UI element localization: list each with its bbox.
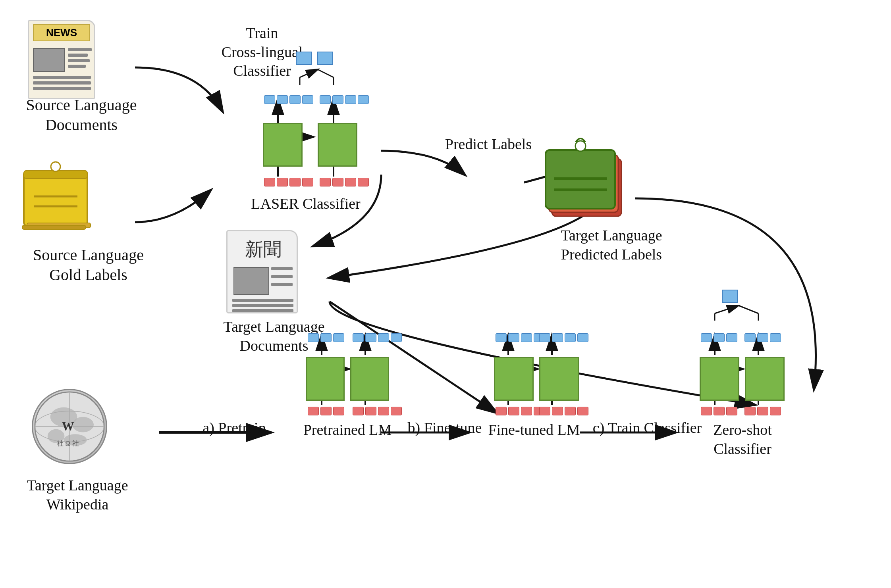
source-lang-docs-label: Source Language Documents	[12, 95, 151, 135]
source-lang-labels-icon	[20, 159, 91, 240]
zeroshot-encoder-right	[745, 357, 785, 401]
pretrained-token-bar-right	[353, 407, 402, 415]
cls-head-box-right	[317, 52, 333, 65]
laser-classifier-head	[296, 52, 333, 65]
newspaper-shape	[28, 20, 95, 99]
token-blue-1	[264, 95, 275, 104]
laser-classifier-label: LASER Classifier	[234, 194, 377, 213]
zeroshot-classifier-label: Zero-shot Classifier	[683, 421, 802, 458]
token-pink-5	[320, 178, 331, 186]
predict-labels-label: Predict Labels	[445, 135, 532, 154]
zeroshot-blue-bar-right	[744, 333, 781, 342]
svg-point-44	[575, 141, 586, 151]
cls-head-box-left	[296, 52, 312, 65]
source-lang-docs-icon	[24, 12, 99, 87]
diagram-container: Source Language Documents Source Languag…	[0, 0, 891, 588]
target-predicted-label: Target Language Predicted Labels	[548, 226, 675, 264]
zeroshot-token-bar-left	[701, 407, 737, 415]
finetuned-lm-label: Fine-tuned LM	[478, 421, 590, 440]
svg-text:W: W	[62, 419, 74, 433]
target-lang-docs-icon: 新聞	[222, 226, 302, 313]
svg-line-33	[739, 306, 758, 313]
token-pink-8	[358, 178, 369, 186]
zeroshot-cls-box	[722, 290, 738, 303]
target-predicted-labels-icon	[544, 135, 623, 224]
svg-point-36	[51, 162, 60, 171]
svg-point-49	[72, 417, 94, 432]
token-pink-7	[345, 178, 356, 186]
token-pink-2	[277, 178, 288, 186]
pretrain-label: a) Pretrain	[191, 419, 278, 438]
finetuned-blue-bar-right	[539, 333, 588, 342]
target-lang-wiki-label: Target Language Wikipedia	[12, 476, 143, 514]
jp-bottom-lines	[232, 299, 293, 312]
finetuned-token-bar-right	[539, 407, 588, 415]
pretrained-encoder-right	[350, 357, 389, 401]
laser-blue-bar-left	[264, 95, 313, 104]
finetuned-encoder-right	[539, 357, 579, 401]
target-lang-wiki-icon: W 社 Ω 社	[32, 389, 111, 468]
svg-line-32	[715, 306, 739, 313]
token-pink-4	[302, 178, 313, 186]
zeroshot-token-bar-right	[744, 407, 781, 415]
news-image	[33, 48, 65, 72]
zeroshot-blue-bar-left	[701, 333, 737, 342]
source-lang-labels-label: Source Language Gold Labels	[12, 245, 165, 285]
pretrained-blue-bar-left	[308, 333, 344, 342]
laser-encoder-right	[318, 123, 357, 167]
news-bottom	[33, 76, 91, 90]
token-blue-2	[277, 95, 288, 104]
svg-text:社 Ω 社: 社 Ω 社	[57, 439, 79, 447]
pretrained-encoder-left	[306, 357, 345, 401]
token-blue-5	[320, 95, 331, 104]
jp-text-lines	[271, 267, 293, 288]
finetune-label: b) Fine-tune	[401, 419, 488, 438]
laser-blue-bar-right	[320, 95, 369, 104]
jp-image	[233, 267, 269, 295]
zeroshot-encoder-left	[700, 357, 739, 401]
zeroshot-classifier-head	[722, 290, 738, 303]
jp-kanji-text: 新聞	[233, 237, 293, 262]
finetuned-token-bar-left	[496, 407, 545, 415]
token-blue-7	[345, 95, 356, 104]
pretrained-lm-label: Pretrained LM	[292, 421, 403, 440]
finetuned-encoder-left	[494, 357, 534, 401]
jp-newspaper-shape: 新聞	[226, 230, 298, 313]
pretrained-token-bar-left	[308, 407, 344, 415]
token-pink-3	[289, 178, 301, 186]
token-blue-8	[358, 95, 369, 104]
svg-rect-40	[22, 225, 86, 229]
globe-circle: W 社 Ω 社	[32, 389, 107, 464]
token-pink-6	[332, 178, 343, 186]
laser-encoder-left	[263, 123, 303, 167]
token-blue-3	[289, 95, 301, 104]
laser-token-bar-left	[264, 178, 313, 186]
news-text-lines	[68, 48, 91, 68]
token-pink-1	[264, 178, 275, 186]
pretrained-blue-bar-right	[353, 333, 402, 342]
finetuned-blue-bar-left	[496, 333, 545, 342]
laser-token-bar-right	[320, 178, 369, 186]
token-blue-4	[302, 95, 313, 104]
token-blue-6	[332, 95, 343, 104]
